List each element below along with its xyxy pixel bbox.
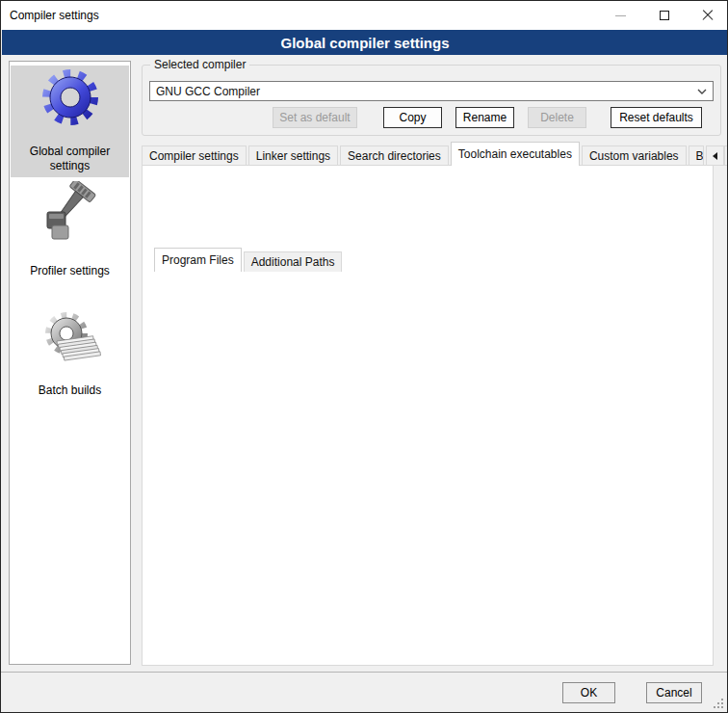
sidebar-item-global-compiler-settings[interactable]: Global compiler settings [11, 66, 129, 177]
subtab-additional-paths[interactable]: Additional Paths [244, 251, 343, 272]
reset-defaults-button[interactable]: Reset defaults [611, 107, 702, 128]
compiler-select-value: GNU GCC Compiler [156, 85, 697, 98]
rename-button[interactable]: Rename [455, 107, 514, 128]
tab-search-directories[interactable]: Search directories [340, 145, 449, 166]
page-title: Global compiler settings [2, 30, 728, 55]
sidebar-item-label: Batch builds [11, 383, 129, 398]
maximize-icon [660, 11, 669, 20]
selected-compiler-group-label: Selected compiler [150, 58, 249, 71]
minimize-icon [615, 15, 626, 16]
caliper-icon [11, 181, 129, 243]
sidebar-item-batch-builds[interactable]: Batch builds [11, 308, 129, 398]
tab-scroll-right-button[interactable] [724, 145, 728, 166]
settings-category-list: Global compiler settings Profiler settin… [9, 61, 131, 665]
subtab-program-files[interactable]: Program Files [154, 248, 242, 272]
sidebar-item-profiler-settings[interactable]: Profiler settings [11, 181, 129, 278]
compiler-select[interactable]: GNU GCC Compiler [149, 81, 714, 101]
set-as-default-button: Set as default [273, 107, 357, 128]
sidebar-item-label: Global compiler settings [11, 145, 129, 173]
tab-scroll-buttons [706, 145, 728, 166]
tab-compiler-settings[interactable]: Compiler settings [142, 145, 247, 166]
delete-button: Delete [528, 107, 586, 128]
arrow-left-icon [713, 152, 717, 160]
tab-scroll-left-button[interactable] [706, 145, 724, 166]
tab-build-options-truncated[interactable]: Build [689, 145, 704, 166]
paths-subtabstrip: Program Files Additional Paths [154, 250, 344, 272]
maximize-button[interactable] [642, 1, 686, 30]
close-button[interactable] [686, 1, 728, 30]
window-title: Compiler settings [10, 9, 99, 22]
footer-divider [1, 672, 728, 673]
ok-button[interactable]: OK [562, 682, 615, 703]
close-icon [702, 10, 714, 21]
sidebar-item-label: Profiler settings [11, 264, 129, 278]
toolchain-executables-panel [142, 165, 714, 666]
tab-custom-variables[interactable]: Custom variables [582, 145, 687, 166]
settings-tabstrip: Compiler settings Linker settings Search… [142, 143, 721, 166]
cancel-button[interactable]: Cancel [646, 682, 702, 703]
gear-blue-icon [11, 67, 129, 129]
compiler-settings-dialog: Compiler settings Global compiler settin… [0, 0, 728, 713]
titlebar[interactable]: Compiler settings [1, 1, 727, 30]
tab-linker-settings[interactable]: Linker settings [248, 145, 338, 166]
resize-grip[interactable] [714, 699, 723, 708]
chevron-down-icon [697, 87, 707, 96]
tab-toolchain-executables[interactable]: Toolchain executables [451, 142, 580, 166]
copy-button[interactable]: Copy [383, 107, 442, 128]
minimize-button [599, 1, 642, 30]
gear-stack-icon [11, 308, 129, 370]
